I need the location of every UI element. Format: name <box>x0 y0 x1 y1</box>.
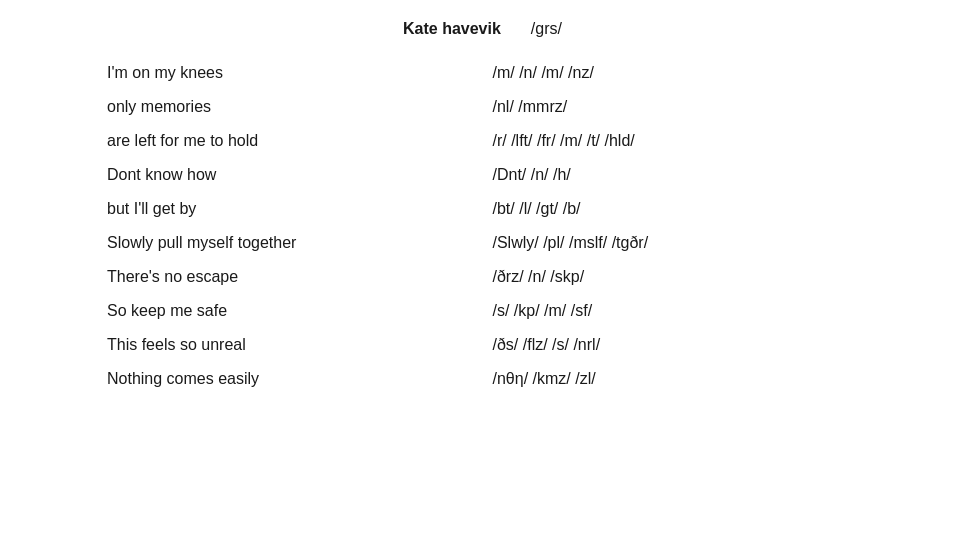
lyric-text: Dont know how <box>0 158 483 192</box>
table-row: are left for me to hold/r/ /lft/ /fr/ /m… <box>0 124 965 158</box>
phonetic-text: /r/ /lft/ /fr/ /m/ /t/ /hld/ <box>483 124 966 158</box>
table-row: but I'll get by/bt/ /l/ /gt/ /b/ <box>0 192 965 226</box>
lyrics-table: I'm on my knees/m/ /n/ /m/ /nz/only memo… <box>0 56 965 396</box>
lyric-text: are left for me to hold <box>0 124 483 158</box>
phonetic-text: /m/ /n/ /m/ /nz/ <box>483 56 966 90</box>
table-row: I'm on my knees/m/ /n/ /m/ /nz/ <box>0 56 965 90</box>
lyric-text: but I'll get by <box>0 192 483 226</box>
lyric-text: So keep me safe <box>0 294 483 328</box>
artist-title: Kate havevik <box>403 20 501 38</box>
table-row: Slowly pull myself together/Slwly/ /pl/ … <box>0 226 965 260</box>
title-row: Kate havevik /grs/ <box>0 20 965 38</box>
phonetic-text: /nθη/ /kmz/ /zl/ <box>483 362 966 396</box>
lyric-text: Slowly pull myself together <box>0 226 483 260</box>
table-row: So keep me safe/s/ /kp/ /m/ /sf/ <box>0 294 965 328</box>
phonetic-text: /s/ /kp/ /m/ /sf/ <box>483 294 966 328</box>
lyric-text: I'm on my knees <box>0 56 483 90</box>
table-row: This feels so unreal/ðs/ /flz/ /s/ /nrl/ <box>0 328 965 362</box>
lyric-text: Nothing comes easily <box>0 362 483 396</box>
table-row: only memories/nl/ /mmrz/ <box>0 90 965 124</box>
table-row: Dont know how/Dnt/ /n/ /h/ <box>0 158 965 192</box>
table-row: Nothing comes easily/nθη/ /kmz/ /zl/ <box>0 362 965 396</box>
lyric-text: There's no escape <box>0 260 483 294</box>
page-container: Kate havevik /grs/ I'm on my knees/m/ /n… <box>0 0 965 544</box>
phonetic-text: /nl/ /mmrz/ <box>483 90 966 124</box>
phonetic-text: /bt/ /l/ /gt/ /b/ <box>483 192 966 226</box>
phonetic-text: /Dnt/ /n/ /h/ <box>483 158 966 192</box>
lyric-text: This feels so unreal <box>0 328 483 362</box>
phonetic-text: /Slwly/ /pl/ /mslf/ /tgðr/ <box>483 226 966 260</box>
table-row: There's no escape/ðrz/ /n/ /skp/ <box>0 260 965 294</box>
phonetic-text: /ðrz/ /n/ /skp/ <box>483 260 966 294</box>
phonetic-text: /ðs/ /flz/ /s/ /nrl/ <box>483 328 966 362</box>
lyric-text: only memories <box>0 90 483 124</box>
title-phonetic: /grs/ <box>531 20 562 38</box>
